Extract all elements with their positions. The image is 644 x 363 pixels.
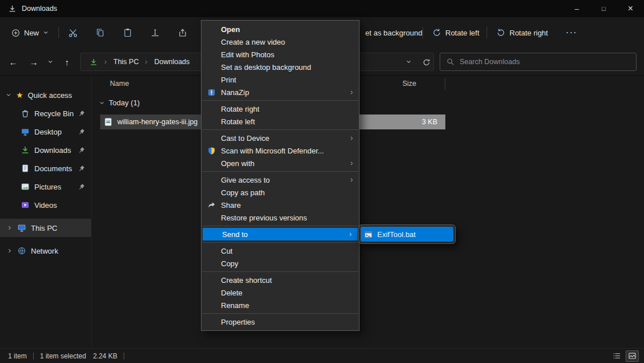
menu-separator bbox=[202, 313, 358, 314]
back-button[interactable]: ← bbox=[5, 54, 22, 70]
menu-item-give-access-to[interactable]: Give access to bbox=[202, 173, 359, 186]
batch-file-icon bbox=[364, 230, 373, 239]
menu-separator bbox=[202, 242, 358, 243]
menu-item-cut[interactable]: Cut bbox=[202, 244, 359, 257]
downloads-folder-icon bbox=[89, 58, 98, 66]
sidebar-item-quick-access[interactable]: ★ Quick access bbox=[0, 86, 91, 104]
sidebar-item-network[interactable]: Network bbox=[0, 242, 91, 260]
menu-item-copy-as-path[interactable]: Copy as path bbox=[202, 186, 359, 199]
menu-item-nanazip[interactable]: NanaZip bbox=[202, 86, 359, 98]
menu-item-set-as-desktop-background[interactable]: Set as desktop background bbox=[202, 61, 359, 73]
menu-item-label: Scan with Microsoft Defender... bbox=[221, 147, 324, 155]
rotate-right-button[interactable]: Rotate right bbox=[492, 23, 552, 42]
sidebar-item-label: Downloads bbox=[34, 146, 71, 155]
chevron-down-icon bbox=[48, 59, 53, 65]
details-view-icon bbox=[613, 352, 621, 360]
new-button[interactable]: New bbox=[7, 23, 53, 42]
menu-item-label: Copy as path bbox=[221, 188, 265, 197]
sidebar-item-label: Documents bbox=[34, 164, 72, 173]
menu-item-send-to[interactable]: Send to bbox=[203, 228, 358, 240]
column-header-size[interactable]: Size bbox=[402, 80, 416, 88]
menu-item-edit-with-photos[interactable]: Edit with Photos bbox=[202, 48, 359, 61]
sidebar: ★ Quick access Recycle Bin Desktop Downl… bbox=[0, 76, 92, 348]
address-dropdown-button[interactable] bbox=[401, 56, 416, 68]
menu-item-create-shortcut[interactable]: Create shortcut bbox=[202, 274, 359, 286]
menu-separator bbox=[202, 100, 358, 101]
up-button[interactable]: ↑ bbox=[59, 54, 75, 70]
sidebar-item-recycle-bin[interactable]: Recycle Bin bbox=[0, 104, 91, 123]
menu-item-copy[interactable]: Copy bbox=[202, 257, 359, 270]
chevron-down-icon bbox=[43, 30, 49, 35]
scissors-icon bbox=[68, 28, 78, 38]
menu-item-create-a-new-video[interactable]: Create a new video bbox=[202, 35, 359, 48]
rename-button[interactable] bbox=[144, 22, 167, 43]
image-file-icon bbox=[104, 117, 113, 127]
status-divider bbox=[33, 353, 34, 360]
pin-icon bbox=[78, 128, 85, 135]
menu-item-restore-previous-versions[interactable]: Restore previous versions bbox=[202, 211, 359, 224]
desktop-icon bbox=[21, 127, 30, 136]
menu-item-rotate-left[interactable]: Rotate left bbox=[202, 115, 359, 128]
share-button[interactable] bbox=[171, 22, 194, 43]
menu-item-rename[interactable]: Rename bbox=[202, 299, 359, 311]
sidebar-item-downloads[interactable]: Downloads bbox=[0, 141, 91, 159]
refresh-button[interactable] bbox=[420, 57, 433, 68]
menu-item-rotate-right[interactable]: Rotate right bbox=[202, 102, 359, 115]
menu-item-scan-with-microsoft-defender[interactable]: Scan with Microsoft Defender... bbox=[202, 144, 359, 157]
status-bar: 1 item 1 item selected 2.24 KB bbox=[0, 348, 644, 363]
menu-item-label: Share bbox=[221, 201, 241, 210]
menu-item-cast-to-device[interactable]: Cast to Device bbox=[202, 132, 359, 144]
menu-item-label: Create shortcut bbox=[221, 276, 272, 285]
sidebar-item-videos[interactable]: Videos bbox=[0, 196, 91, 214]
menu-item-label: Properties bbox=[221, 318, 255, 326]
breadcrumb-this-pc[interactable]: This PC bbox=[113, 58, 139, 66]
menu-item-delete[interactable]: Delete bbox=[202, 286, 359, 299]
menu-item-label: Edit with Photos bbox=[221, 50, 274, 59]
sidebar-item-this-pc[interactable]: This PC bbox=[0, 219, 91, 237]
details-view-button[interactable] bbox=[610, 350, 623, 362]
menu-item-open[interactable]: Open bbox=[202, 23, 359, 35]
thumbnail-view-button[interactable] bbox=[626, 350, 639, 362]
column-divider[interactable] bbox=[445, 78, 445, 90]
column-header-name[interactable]: Name bbox=[110, 80, 129, 88]
search-input[interactable] bbox=[460, 58, 630, 66]
set-as-background-button[interactable]: et as background bbox=[361, 23, 427, 42]
rotate-left-button[interactable]: Rotate left bbox=[428, 23, 484, 42]
menu-item-share[interactable]: Share bbox=[202, 199, 359, 211]
set-as-background-label: et as background bbox=[365, 29, 422, 37]
menu-item-properties[interactable]: Properties bbox=[202, 315, 359, 328]
menu-item-print[interactable]: Print bbox=[202, 73, 359, 86]
sidebar-item-desktop[interactable]: Desktop bbox=[0, 123, 91, 141]
breadcrumb-downloads[interactable]: Downloads bbox=[154, 58, 189, 66]
status-selection: 1 item selected bbox=[40, 352, 86, 360]
menu-separator bbox=[202, 226, 358, 226]
menu-item-label: Send to bbox=[222, 230, 248, 239]
history-dropdown-button[interactable] bbox=[44, 54, 57, 70]
sidebar-item-pictures[interactable]: Pictures bbox=[0, 177, 91, 196]
forward-button[interactable]: → bbox=[25, 54, 42, 70]
paste-button[interactable] bbox=[116, 22, 139, 43]
chevron-down-icon bbox=[6, 92, 11, 98]
group-header-today[interactable]: Today (1) bbox=[99, 98, 140, 107]
window-title: Downloads bbox=[22, 5, 57, 13]
chevron-right-icon bbox=[144, 60, 149, 65]
menu-item-label: Print bbox=[221, 76, 236, 84]
close-button[interactable]: × bbox=[617, 0, 644, 17]
menu-item-label: Delete bbox=[221, 289, 243, 297]
copy-button[interactable] bbox=[89, 22, 112, 43]
search-box[interactable] bbox=[440, 53, 637, 71]
cut-button[interactable] bbox=[61, 22, 84, 43]
submenu-item-exiftool[interactable]: ExifTool.bat bbox=[361, 227, 453, 242]
maximize-button[interactable]: □ bbox=[590, 0, 617, 17]
file-list: Name Size Today (1) william-henry-gates-… bbox=[92, 76, 644, 348]
sidebar-item-documents[interactable]: Documents bbox=[0, 159, 91, 177]
send-to-submenu: ExifTool.bat bbox=[358, 224, 456, 244]
minimize-button[interactable]: – bbox=[563, 0, 590, 17]
file-size-cell: 3 KB bbox=[359, 115, 445, 129]
new-button-label: New bbox=[24, 29, 39, 37]
sidebar-item-label: Recycle Bin bbox=[34, 109, 74, 118]
network-icon bbox=[17, 246, 26, 255]
share-icon bbox=[178, 28, 187, 37]
menu-item-open-with[interactable]: Open with bbox=[202, 157, 359, 169]
more-options-button[interactable]: ··· bbox=[561, 22, 582, 43]
